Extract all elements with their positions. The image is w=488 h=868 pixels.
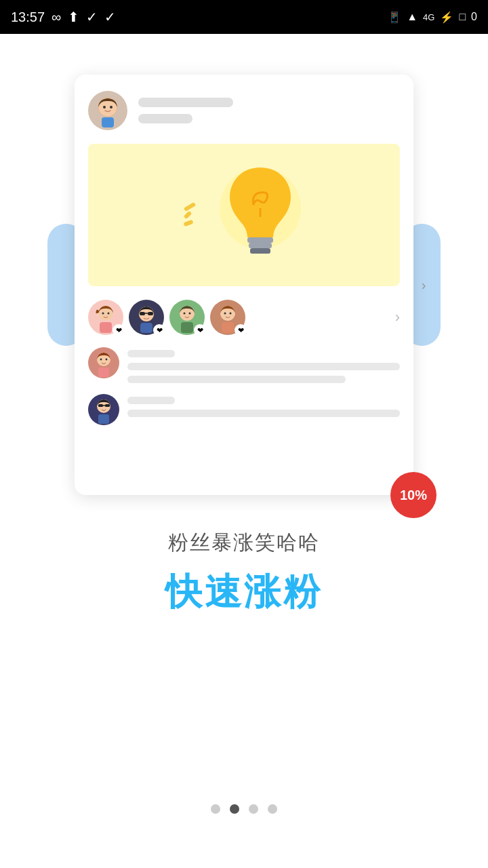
avatars-more-icon: › [395, 309, 400, 326]
svg-point-2 [103, 106, 106, 108]
chevron-right-icon: › [422, 277, 426, 293]
battery-level: □ [459, 11, 466, 23]
comment-text-1b [127, 376, 346, 383]
avatar-small-2: ❤ [129, 300, 164, 335]
spark-1 [184, 202, 197, 212]
subtitle-line [138, 114, 192, 123]
dot-3[interactable] [249, 804, 258, 814]
phone-icon: 📱 [388, 11, 401, 24]
comment-lines-1 [127, 347, 400, 383]
svg-rect-4 [102, 117, 114, 127]
username-line [138, 98, 233, 107]
header-lines [138, 98, 400, 123]
comment-text-2a [127, 410, 400, 417]
heart-badge-1: ❤ [113, 324, 125, 336]
dots-indicator [211, 804, 277, 814]
post-card: ❤ ❤ [75, 75, 413, 495]
battery-icon: ⚡ [440, 11, 453, 24]
check-icon-1: ✓ [86, 9, 98, 25]
svg-rect-30 [98, 368, 109, 377]
svg-point-20 [184, 313, 186, 315]
main-content: › [0, 34, 488, 868]
signal-icon: 4G [423, 12, 434, 22]
svg-point-11 [102, 313, 104, 315]
svg-rect-22 [181, 322, 193, 333]
status-left: 13:57 ∞ ⬆ ✓ ✓ [11, 9, 116, 25]
post-author-avatar [88, 91, 127, 130]
time-display: 13:57 [11, 9, 45, 25]
spark-lines [184, 205, 196, 225]
comment-lines-2 [127, 394, 400, 417]
svg-rect-16 [148, 312, 153, 315]
svg-point-29 [106, 359, 108, 361]
bulb-illustration [184, 157, 304, 273]
svg-rect-35 [98, 414, 109, 424]
spark-3 [183, 220, 193, 226]
svg-rect-18 [140, 323, 152, 333]
subtitle-text: 粉丝暴涨笑哈哈 [168, 529, 320, 557]
comment-text-1a [127, 363, 400, 370]
main-title: 快速涨粉 [165, 568, 323, 617]
avatars-row: ❤ ❤ [88, 300, 400, 335]
svg-rect-32 [98, 404, 103, 407]
avatar-small-4: ❤ [210, 300, 245, 335]
svg-rect-33 [105, 404, 110, 407]
comment-row-2 [88, 394, 400, 425]
svg-point-21 [189, 313, 191, 315]
spark-2 [184, 211, 192, 220]
infinity-icon: ∞ [52, 9, 61, 25]
svg-point-12 [108, 313, 110, 315]
avatar-svg [91, 94, 125, 127]
comment-row-1 [88, 347, 400, 383]
svg-point-24 [224, 313, 226, 315]
status-right: 📱 ▲ 4G ⚡ □ 0 [388, 11, 477, 24]
card-header [88, 91, 400, 130]
svg-point-3 [110, 106, 113, 108]
card-wrapper: › [75, 75, 413, 495]
svg-rect-13 [100, 322, 112, 333]
percent-badge: 10% [390, 472, 436, 518]
battery-number: 0 [471, 11, 477, 23]
upload-icon: ⬆ [68, 9, 79, 25]
avatar-small-1: ❤ [88, 300, 123, 335]
dot-4[interactable] [268, 804, 277, 814]
commenter-name-1 [127, 350, 175, 357]
dot-1[interactable] [211, 804, 220, 814]
status-bar: 13:57 ∞ ⬆ ✓ ✓ 📱 ▲ 4G ⚡ □ 0 [0, 0, 488, 34]
avatar-small-3: ❤ [169, 300, 205, 335]
post-image [88, 144, 400, 286]
comment-avatar-1 [88, 347, 119, 378]
text-section: 粉丝暴涨笑哈哈 快速涨粉 [165, 529, 323, 617]
svg-rect-26 [222, 322, 234, 333]
dot-2[interactable] [230, 804, 239, 814]
svg-rect-6 [247, 237, 273, 243]
lightbulb-svg [216, 157, 304, 273]
heart-badge-3: ❤ [194, 324, 206, 336]
check-icon-2: ✓ [104, 9, 116, 25]
wifi-icon: ▲ [407, 11, 418, 23]
svg-point-25 [230, 313, 232, 315]
svg-rect-8 [250, 248, 270, 254]
svg-point-28 [100, 359, 102, 361]
heart-badge-4: ❤ [235, 324, 247, 336]
heart-badge-2: ❤ [153, 324, 165, 336]
commenter-name-2 [127, 397, 175, 404]
svg-rect-15 [140, 312, 145, 315]
svg-rect-7 [249, 243, 272, 248]
comment-avatar-2 [88, 394, 119, 425]
